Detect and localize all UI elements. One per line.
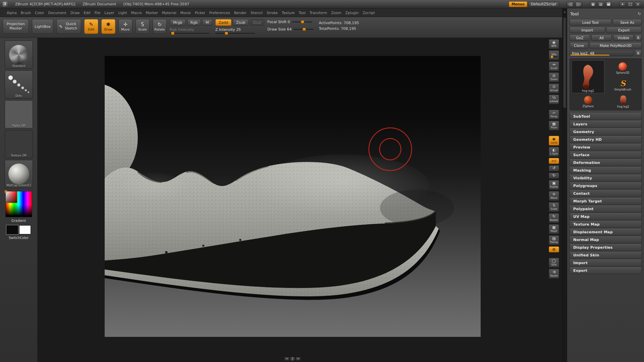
menu-render[interactable]: Render bbox=[234, 11, 247, 15]
menu-tool[interactable]: Tool bbox=[299, 11, 306, 15]
right-panel-scrollbar[interactable]: ‹ bbox=[562, 8, 567, 362]
current-tool-thumbnail[interactable]: frog leg2 bbox=[572, 60, 604, 93]
scale-mode-button[interactable]: S Scale bbox=[136, 19, 150, 34]
menu-transform[interactable]: Transform bbox=[310, 11, 327, 15]
section-deformation[interactable]: Deformation bbox=[570, 159, 642, 166]
clone-button[interactable]: Clone bbox=[570, 42, 588, 49]
rotate-cw-button[interactable]: ↻ bbox=[549, 173, 559, 179]
menu-movie[interactable]: Movie bbox=[180, 11, 191, 15]
scroll-right-button[interactable]: ▸ bbox=[296, 357, 301, 361]
section-normal-map[interactable]: Normal Map bbox=[570, 236, 642, 243]
menu-edit[interactable]: Edit bbox=[84, 11, 90, 15]
rgb-intensity-track[interactable] bbox=[170, 33, 209, 34]
section-subtool[interactable]: SubTool bbox=[570, 113, 642, 120]
menu-preferences[interactable]: Preferences bbox=[209, 11, 230, 15]
hide-left-tray-button[interactable]: ‹||| bbox=[567, 1, 574, 7]
palette-cycle-icon[interactable]: ↻ bbox=[638, 11, 641, 16]
rgb-button[interactable]: Rgb bbox=[187, 19, 201, 26]
menu-layer[interactable]: Layer bbox=[104, 11, 114, 15]
menu-picker[interactable]: Picker bbox=[195, 11, 205, 15]
current-alpha-thumbnail[interactable]: Alpha Off bbox=[5, 100, 33, 128]
section-displacement-map[interactable]: Displacement Map bbox=[570, 229, 642, 236]
menu-zoom[interactable]: Zoom bbox=[331, 11, 341, 15]
scroll-button[interactable]: ⇔Scroll bbox=[549, 61, 559, 71]
rotate-ccw-button[interactable]: ↺ bbox=[549, 165, 559, 171]
ghost-button[interactable]: ◍ bbox=[549, 246, 559, 252]
scroll-left-button[interactable]: ◂ bbox=[284, 357, 289, 361]
panel-collapse-icon[interactable]: ‹ bbox=[564, 10, 566, 14]
color-picker[interactable] bbox=[5, 191, 32, 217]
menu-marker[interactable]: Marker bbox=[146, 11, 158, 15]
persp-button[interactable]: ▱Persp bbox=[549, 110, 559, 119]
section-texture-map[interactable]: Texture Map bbox=[570, 221, 642, 228]
lightbox-button[interactable]: LightBox bbox=[32, 19, 53, 34]
rotate-mode-button[interactable]: ↻ Rotate bbox=[153, 19, 167, 34]
menu-alpha[interactable]: Alpha bbox=[7, 11, 17, 15]
menu-material[interactable]: Material bbox=[162, 11, 176, 15]
zcut-button[interactable]: Zcut bbox=[250, 19, 264, 26]
spix-handle[interactable] bbox=[551, 56, 553, 58]
draw-size-track[interactable] bbox=[293, 29, 314, 30]
zadd-button[interactable]: Zadd bbox=[215, 19, 231, 26]
focal-shift-slider[interactable]: Focal Shift 0 bbox=[267, 20, 314, 24]
move-3d-button[interactable]: ✛Move bbox=[549, 191, 559, 201]
goz-visible-button[interactable]: Visible bbox=[613, 35, 634, 41]
edit-mode-button[interactable]: ✎ Edit bbox=[84, 19, 98, 34]
tool-thumb-frogleg2[interactable]: frog leg2 bbox=[607, 95, 640, 108]
tool-r-button[interactable]: R bbox=[635, 50, 642, 56]
minimize-button[interactable]: ▾ bbox=[619, 1, 626, 7]
current-brush-thumbnail[interactable]: Standard bbox=[5, 41, 33, 69]
menu-zplugin[interactable]: Zplugin bbox=[345, 11, 359, 15]
section-geometry-hd[interactable]: Geometry HD bbox=[570, 136, 642, 143]
section-contact[interactable]: Contact bbox=[570, 190, 642, 197]
draw-mode-button[interactable]: ✱ Draw bbox=[101, 19, 115, 34]
tool-thumb-sphere3d[interactable]: Sphere3D bbox=[606, 60, 640, 76]
scrollbar-thumb[interactable] bbox=[564, 17, 566, 108]
focal-shift-track[interactable] bbox=[292, 21, 312, 22]
hide-right-tray-button[interactable]: |||› bbox=[575, 1, 582, 7]
lsym-button[interactable]: ◐L.Sym bbox=[549, 147, 559, 157]
transp-button[interactable]: ▨Transp bbox=[549, 235, 559, 245]
section-polypaint[interactable]: Polypaint bbox=[570, 205, 642, 213]
rotate-3d-button[interactable]: ↻Rotate bbox=[549, 213, 559, 223]
section-import[interactable]: Import bbox=[570, 259, 642, 266]
menu-stroke[interactable]: Stroke bbox=[267, 11, 278, 15]
menu-zscript[interactable]: Zscript bbox=[363, 11, 375, 15]
tool-thumb-zsphere[interactable]: ZSphere bbox=[572, 95, 605, 108]
goz-all-button[interactable]: All bbox=[591, 35, 612, 41]
draw-size-slider[interactable]: Draw Size 64 bbox=[267, 27, 314, 32]
current-material-thumbnail[interactable]: MatCap Green/Cl bbox=[5, 160, 33, 188]
solo-button[interactable]: ◯Solo bbox=[549, 258, 559, 267]
active-tool-slider[interactable]: frog leg2. 48 bbox=[570, 50, 634, 56]
section-visibility[interactable]: Visibility bbox=[570, 175, 642, 182]
store-config-button[interactable]: ▦ bbox=[590, 1, 596, 7]
sculpt-canvas[interactable] bbox=[105, 56, 481, 337]
goz-r-button[interactable]: R bbox=[635, 35, 642, 41]
section-uv-map[interactable]: UV Map bbox=[570, 213, 642, 220]
scroll-vertical-button[interactable]: ▴ ▾ bbox=[290, 357, 295, 361]
menu-macro[interactable]: Macro bbox=[131, 11, 142, 15]
tool-thumb-simplebrush[interactable]: S SimpleBrush bbox=[606, 77, 640, 93]
zsub-button[interactable]: Zsub bbox=[233, 19, 249, 26]
section-polygroups[interactable]: Polygroups bbox=[570, 182, 642, 189]
rgb-intensity-slider[interactable]: Rgb Intensity bbox=[170, 27, 212, 34]
focal-shift-handle[interactable] bbox=[301, 20, 304, 23]
section-preview[interactable]: Preview bbox=[570, 144, 642, 151]
menu-document[interactable]: Document bbox=[48, 11, 66, 15]
main-color-swatch[interactable] bbox=[6, 225, 18, 234]
menu-light[interactable]: Light bbox=[118, 11, 127, 15]
z-intensity-track[interactable] bbox=[215, 33, 255, 34]
move-mode-button[interactable]: ✛ Move bbox=[118, 19, 132, 34]
maximize-button[interactable]: □ bbox=[627, 1, 634, 7]
load-config-button[interactable]: ▤ bbox=[597, 1, 604, 7]
spix-button[interactable]: SPix bbox=[549, 50, 559, 60]
section-masking[interactable]: Masking bbox=[570, 167, 642, 174]
switch-color-label[interactable]: SwitchColor bbox=[9, 236, 29, 240]
current-texture-thumbnail[interactable]: Texture Off bbox=[5, 130, 33, 158]
xpose-button[interactable]: ⇉Xpose bbox=[549, 269, 559, 279]
menu-texture[interactable]: Texture bbox=[282, 11, 294, 15]
section-surface[interactable]: Surface bbox=[570, 152, 642, 159]
section-unified-skin[interactable]: Unified Skin bbox=[570, 252, 642, 259]
saturation-value-square[interactable] bbox=[6, 191, 17, 203]
menu-color[interactable]: Color bbox=[35, 11, 44, 15]
